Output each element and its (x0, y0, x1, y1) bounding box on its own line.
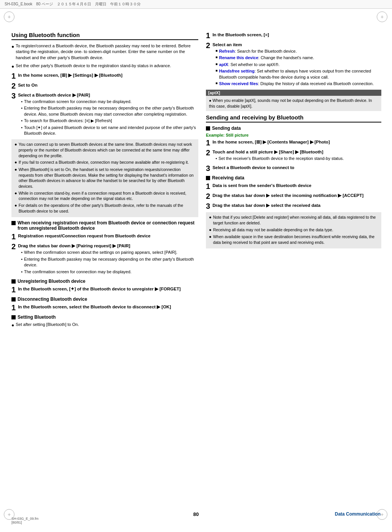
send-sub-dot-1: • (215, 156, 217, 161)
recv-step-3: 3 Drag the status bar down ▶ select the … (206, 202, 381, 210)
aptx-title: [aptX] (206, 90, 381, 96)
subsec4-bullet-1: ● Set after setting [Bluetooth] to On. (11, 322, 198, 329)
subsec1-sub-3: • The confirmation screen for connection… (21, 269, 198, 275)
right-sub-square-2: ■ (215, 55, 217, 60)
note-text-5: For details on the operations of the oth… (19, 203, 195, 214)
subsec1-sub-2: • Entering the Bluetooth passkey may be … (21, 256, 198, 268)
subsec1-step-1: 1 Registration request/Connection reques… (11, 233, 198, 240)
right-step-2-subs: ■ Refresh: Search for the Bluetooth devi… (215, 48, 381, 87)
header-bar: SH-03G_E.book 80 ページ ２０１５年４月６日 月曜日 午前１０時… (0, 0, 392, 9)
page-footer: 80 Data Communication (0, 511, 392, 517)
subsec1-sub-text-3: The confirmation screen for connection m… (24, 269, 132, 275)
send-sub-1: • Set the receiver's Bluetooth device to… (215, 156, 344, 161)
right-step-text-1: In the Bluetooth screen, [≡] (212, 32, 269, 37)
right-step-text-2: Select an item (212, 42, 242, 47)
left-bullet-2: ● Set the other party's Bluetooth device… (11, 63, 198, 70)
right-step-1: 1 In the Bluetooth screen, [≡] (206, 32, 381, 39)
sub-dot-3-2: • (21, 105, 22, 111)
send-step-text-2: Touch and hold a still picture ▶ [Share]… (212, 150, 323, 154)
aptx-box: [aptX] ● When you enable [aptX], sounds … (206, 90, 381, 111)
corner-mark-top-left (4, 11, 15, 23)
right-step-num-1: 1 (206, 32, 210, 39)
send-step-text-3: Select a Bluetooth device to connect to (212, 165, 294, 170)
subsec4-bullet-text-1: Set after setting [Bluetooth] to On. (16, 322, 79, 327)
subsection-2-square (11, 279, 16, 284)
aptx-content: ● When you enable [aptX], sounds may not… (206, 96, 381, 111)
right-sub-desc-5: : Display the history of data received v… (258, 81, 374, 86)
note-item-5: ● For details on the operations of the o… (14, 203, 195, 214)
recv-note-dot-1: ● (209, 214, 212, 220)
right-sub-square-3: ■ (215, 62, 217, 67)
right-sub-1: ■ Refresh: Search for the Bluetooth devi… (215, 48, 381, 54)
right-step-content-2: Select an item ■ Refresh: Search for the… (212, 42, 381, 87)
note-text-1: You can connect up to seven Bluetooth de… (19, 142, 195, 158)
subsec3-step-1: 1 In the Bluetooth screen, select the Bl… (11, 304, 198, 311)
footer-filename: SH-03G_E_09.fm [80/81] (11, 517, 39, 524)
page-container: SH-03G_E.book 80 ページ ２０１５年４月６日 月曜日 午前１０時… (0, 0, 392, 532)
step-text-2: Set to On (18, 83, 37, 87)
sub-dot-3-4: • (21, 125, 22, 131)
subsec4-bullet-dot-1: ● (11, 322, 14, 329)
subsec2-step-content-1: In the Bluetooth screen, [✦] of the Blue… (18, 286, 181, 292)
subsec1-sub-dot-3: • (21, 269, 22, 275)
right-sub-desc-3: : Set whether to use aptX®. (228, 62, 280, 67)
right-sub-label-5: Show received files: Display the history… (219, 81, 374, 87)
note-dot-4: ● (14, 190, 17, 196)
example-label: Example: Still picture (206, 133, 381, 137)
right-sub-3: ■ aptX: Set whether to use aptX®. (215, 62, 381, 68)
recv-step-num-3: 3 (206, 202, 210, 210)
sending-subsection-header: Sending data (206, 126, 381, 131)
receiving-square (206, 176, 210, 180)
footer-section: Data Communication (335, 511, 381, 517)
left-section-title: Using Bluetooth function (11, 32, 198, 40)
step-content-1: In the home screen, [⊞] ▶ [Settings] ▶ [… (18, 72, 122, 78)
corner-circle-top-left (4, 11, 14, 22)
step-3-subs: • The confirmation screen for connection… (21, 99, 198, 136)
subsec1-step-content-1: Registration request/Connection request … (18, 233, 151, 239)
sub-dot-3-3: • (21, 118, 22, 124)
receiving-subsection-header: Receiving data (206, 175, 381, 181)
step-3-sub-text-3: To search for Bluetooth devices: [≡] ▶ [… (24, 118, 112, 124)
step-content-2: Set to On (18, 82, 37, 88)
recv-step-text-1: Data is sent from the sender's Bluetooth… (212, 183, 312, 188)
note-dot-2: ● (14, 160, 17, 165)
send-step-content-2: Touch and hold a still picture ▶ [Share]… (212, 149, 344, 162)
right-sub-5: ■ Show received files: Display the histo… (215, 81, 381, 87)
send-sub-text-1: Set the receiver's Bluetooth device to t… (218, 156, 344, 161)
step-3-sub-text-4: Touch [✦] of a paired Bluetooth device t… (24, 125, 198, 137)
send-step-2-subs: • Set the receiver's Bluetooth device to… (215, 156, 344, 161)
subsec3-step-num-1: 1 (11, 304, 16, 311)
aptx-dot: ● (209, 98, 211, 103)
subsection-2-header: Unregistering Bluetooth device (11, 279, 198, 284)
subsec1-step-content-2: Drag the status bar down ▶ [Pairing requ… (18, 243, 198, 276)
send-step-num-2: 2 (206, 149, 210, 156)
recv-note-text-2: Receiving all data may not be available … (213, 227, 333, 233)
left-column: Using Bluetooth function ● To register/c… (11, 32, 198, 331)
subsec1-step-text-2: Drag the status bar down ▶ [Pairing requ… (18, 243, 130, 248)
send-step-content-1: In the home screen, [⊞] ▶ [Contents Mana… (212, 139, 330, 145)
step-3-sub-1: • The confirmation screen for connection… (21, 99, 198, 105)
note-box-1: ● You can connect up to seven Bluetooth … (11, 139, 198, 217)
subsection-3-title: Disconnecting Bluetooth device (18, 297, 87, 302)
step-3-sub-text-1: The confirmation screen for connection m… (24, 99, 132, 105)
page-number: 80 (193, 511, 199, 517)
send-step-1: 1 In the home screen, [⊞] ▶ [Contents Ma… (206, 139, 381, 147)
header-text: SH-03G_E.book 80 ページ ２０１５年４月６日 月曜日 午前１０時… (5, 2, 141, 7)
subsec1-step-num-1: 1 (11, 233, 16, 240)
subsection-2-title: Unregistering Bluetooth device (18, 279, 85, 284)
recv-step-1: 1 Data is sent from the sender's Bluetoo… (206, 182, 381, 190)
subsec2-step-1: 1 In the Bluetooth screen, [✦] of the Bl… (11, 286, 198, 293)
step-text-1: In the home screen, [⊞] ▶ [Settings] ▶ [… (18, 73, 122, 77)
left-step-1: 1 In the home screen, [⊞] ▶ [Settings] ▶… (11, 72, 198, 80)
step-text-3: Select a Bluetooth device ▶ [PAIR] (18, 93, 90, 97)
send-step-2: 2 Touch and hold a still picture ▶ [Shar… (206, 149, 381, 162)
aptx-text: When you enable [aptX], sounds may not b… (209, 98, 372, 108)
step-num-3: 3 (11, 92, 16, 100)
send-step-content-3: Select a Bluetooth device to connect to (212, 164, 294, 171)
step-content-3: Select a Bluetooth device ▶ [PAIR] • The… (18, 92, 198, 137)
sending-subsection-title: Sending data (212, 126, 241, 131)
note-dot-5: ● (14, 203, 17, 208)
subsec1-sub-text-1: When the confirmation screen about the s… (24, 250, 177, 255)
note-dot-1: ● (14, 142, 17, 147)
right-sub-label-3: aptX: Set whether to use aptX®. (219, 62, 280, 68)
